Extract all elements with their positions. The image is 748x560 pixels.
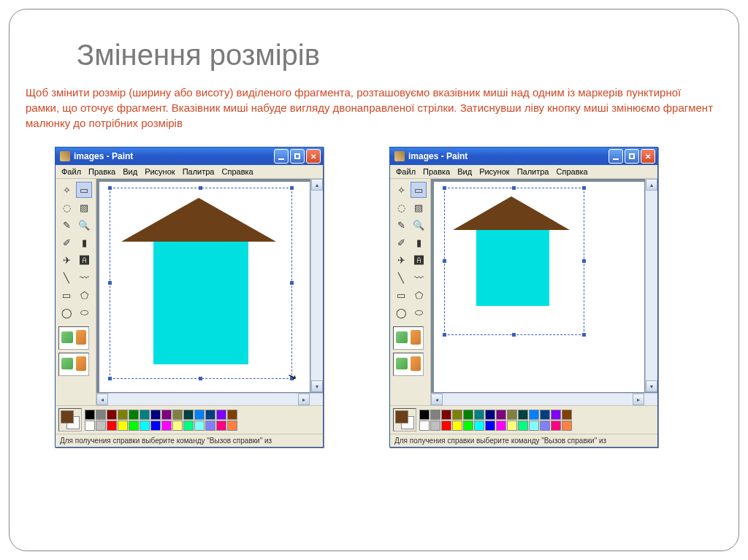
palette-swatch[interactable] <box>419 421 430 431</box>
canvas[interactable] <box>434 182 644 392</box>
fg-color-swatch[interactable] <box>61 410 74 423</box>
tool-rect[interactable]: ▭ <box>58 287 75 303</box>
minimize-button[interactable] <box>274 149 289 164</box>
palette-swatch[interactable] <box>463 410 473 420</box>
palette-swatch[interactable] <box>96 421 106 431</box>
tool-roundrect[interactable]: ⬭ <box>76 304 92 321</box>
tool-pencil[interactable]: ✐ <box>393 234 409 250</box>
palette-swatch[interactable] <box>551 421 561 431</box>
handle-top-left[interactable] <box>108 186 112 190</box>
scroll-up-button[interactable]: ▴ <box>646 179 657 191</box>
handle-top-right[interactable] <box>290 186 294 190</box>
palette-swatch[interactable] <box>474 421 484 431</box>
tool-rect[interactable]: ▭ <box>393 287 409 303</box>
scroll-down-button[interactable]: ▾ <box>646 380 657 392</box>
palette-swatch[interactable] <box>518 421 528 431</box>
handle-bottom-left[interactable] <box>443 333 446 337</box>
palette-swatch[interactable] <box>529 410 539 420</box>
tool-roundrect[interactable]: ⬭ <box>411 304 427 321</box>
palette-swatch[interactable] <box>551 410 561 420</box>
tool-airbrush[interactable]: ✈ <box>393 252 409 268</box>
handle-top-right[interactable] <box>582 186 586 190</box>
tool-fill[interactable]: ▨ <box>411 199 427 215</box>
tool-curve[interactable]: 〰 <box>411 269 427 285</box>
palette-swatch[interactable] <box>529 421 539 431</box>
tool-curve[interactable]: 〰 <box>76 269 92 285</box>
tool-fill[interactable]: ▨ <box>76 199 92 215</box>
handle-mid-right[interactable] <box>290 281 294 285</box>
palette-swatch[interactable] <box>227 410 237 420</box>
handle-mid-left[interactable] <box>108 281 112 285</box>
palette-swatch[interactable] <box>205 410 215 420</box>
tool-line[interactable]: ╲ <box>58 269 75 285</box>
palette-swatch[interactable] <box>183 410 194 420</box>
tool-picker[interactable]: ✎ <box>393 217 409 233</box>
maximize-button[interactable] <box>290 149 305 164</box>
scroll-right-button[interactable]: ▸ <box>298 394 310 405</box>
palette-swatch[interactable] <box>129 421 139 431</box>
tool-line[interactable]: ╲ <box>393 269 409 285</box>
palette-swatch[interactable] <box>485 421 495 431</box>
palette-swatch[interactable] <box>562 421 572 431</box>
scroll-left-button[interactable]: ◂ <box>96 394 108 405</box>
palette-swatch[interactable] <box>194 410 205 420</box>
tool-eraser[interactable]: ◌ <box>393 199 409 215</box>
option-transparent[interactable] <box>393 326 424 350</box>
menu-help[interactable]: Справка <box>222 167 253 176</box>
tool-polygon[interactable]: ⬠ <box>76 287 92 303</box>
palette-swatch[interactable] <box>430 410 440 420</box>
close-button[interactable] <box>641 149 655 164</box>
tool-pencil[interactable]: ✐ <box>58 234 75 250</box>
palette-swatch[interactable] <box>518 410 528 420</box>
maximize-button[interactable] <box>625 149 639 164</box>
tool-zoom[interactable]: 🔍 <box>76 217 92 233</box>
tool-freeform-select[interactable]: ✧ <box>393 182 409 198</box>
menu-palette[interactable]: Палитра <box>183 167 215 176</box>
tool-picker[interactable]: ✎ <box>58 217 75 233</box>
handle-top-mid[interactable] <box>199 186 202 190</box>
menu-file[interactable]: Файл <box>396 167 416 176</box>
handle-bottom-left[interactable] <box>108 377 112 380</box>
handle-mid-left[interactable] <box>443 259 446 263</box>
handle-top-left[interactable] <box>443 186 446 190</box>
menu-image[interactable]: Рисунок <box>145 167 175 176</box>
minimize-button[interactable] <box>608 149 623 164</box>
tool-freeform-select[interactable]: ✧ <box>58 182 75 198</box>
tool-rect-select[interactable]: ▭ <box>411 182 427 198</box>
palette-swatch[interactable] <box>161 421 172 431</box>
palette-swatch[interactable] <box>107 410 117 420</box>
scroll-right-button[interactable]: ▸ <box>633 394 644 405</box>
palette-swatch[interactable] <box>496 421 506 431</box>
palette-swatch[interactable] <box>150 410 161 420</box>
fg-color-swatch[interactable] <box>395 410 408 423</box>
palette-swatch[interactable] <box>194 421 205 431</box>
palette-swatch[interactable] <box>161 410 172 420</box>
menu-palette[interactable]: Палитра <box>517 167 549 176</box>
handle-bottom-right[interactable] <box>582 333 586 337</box>
menu-view[interactable]: Вид <box>457 167 472 176</box>
palette-swatch[interactable] <box>474 410 484 420</box>
palette-swatch[interactable] <box>172 410 183 420</box>
tool-text[interactable]: 🅰 <box>411 252 427 268</box>
tool-ellipse[interactable]: ◯ <box>393 304 409 321</box>
palette-swatch[interactable] <box>507 410 517 420</box>
horizontal-scrollbar[interactable]: ◂ ▸ <box>96 393 323 405</box>
close-button[interactable] <box>306 149 321 164</box>
canvas[interactable]: ↘ <box>99 182 310 392</box>
vertical-scrollbar[interactable]: ▴ ▾ <box>645 179 657 392</box>
menu-edit[interactable]: Правка <box>88 167 115 176</box>
palette-swatch[interactable] <box>430 421 440 431</box>
scroll-left-button[interactable]: ◂ <box>431 394 443 405</box>
tool-zoom[interactable]: 🔍 <box>411 217 427 233</box>
palette-swatch[interactable] <box>452 421 462 431</box>
palette-swatch[interactable] <box>441 421 451 431</box>
palette-swatch[interactable] <box>205 421 215 431</box>
palette-swatch[interactable] <box>441 410 451 420</box>
tool-rect-select[interactable]: ▭ <box>76 182 92 198</box>
palette-swatch[interactable] <box>150 421 161 431</box>
horizontal-scrollbar[interactable]: ◂ ▸ <box>431 393 657 405</box>
palette-swatch[interactable] <box>452 410 462 420</box>
tool-polygon[interactable]: ⬠ <box>411 287 427 303</box>
option-opaque[interactable] <box>393 353 424 376</box>
current-colors[interactable] <box>393 408 416 431</box>
